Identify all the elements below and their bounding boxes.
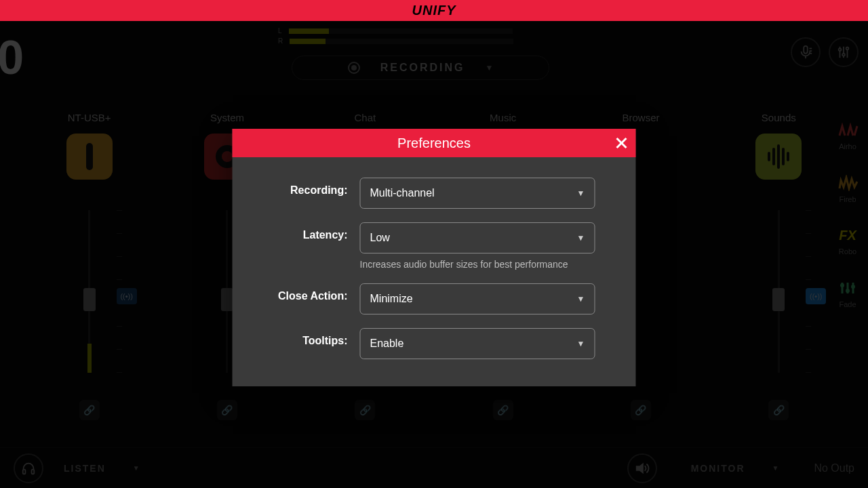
close-action-select[interactable]: Minimize ▼ (360, 283, 595, 314)
select-value: Minimize (370, 293, 413, 305)
preferences-modal: Preferences Recording: Multi-channel ▼ L… (233, 129, 636, 386)
app-logo: UNIFY (412, 3, 456, 18)
chevron-down-icon: ▼ (577, 339, 585, 348)
pref-label-latency: Latency: (273, 222, 348, 241)
pref-row-tooltips: Tooltips: Enable ▼ (273, 328, 595, 359)
latency-select[interactable]: Low ▼ (360, 222, 595, 253)
pref-row-close-action: Close Action: Minimize ▼ (273, 283, 595, 314)
pref-row-latency: Latency: Low ▼ Increases audio buffer si… (273, 222, 595, 270)
pref-label-recording: Recording: (273, 178, 348, 197)
latency-hint: Increases audio buffer sizes for best pe… (360, 259, 595, 270)
select-value: Enable (370, 338, 404, 350)
pref-row-recording: Recording: Multi-channel ▼ (273, 178, 595, 209)
select-value: Low (370, 232, 390, 244)
title-bar: UNIFY (0, 0, 868, 21)
pref-label-tooltips: Tooltips: (273, 328, 348, 347)
pref-label-close-action: Close Action: (273, 283, 348, 302)
close-icon (616, 137, 628, 149)
select-value: Multi-channel (370, 187, 435, 199)
tooltips-select[interactable]: Enable ▼ (360, 328, 595, 359)
recording-select[interactable]: Multi-channel ▼ (360, 178, 595, 209)
chevron-down-icon: ▼ (577, 188, 585, 198)
modal-header: Preferences (233, 129, 636, 157)
close-button[interactable] (616, 137, 628, 149)
chevron-down-icon: ▼ (577, 294, 585, 304)
modal-body: Recording: Multi-channel ▼ Latency: Low … (233, 157, 636, 386)
modal-title: Preferences (397, 136, 471, 151)
chevron-down-icon: ▼ (577, 233, 585, 243)
